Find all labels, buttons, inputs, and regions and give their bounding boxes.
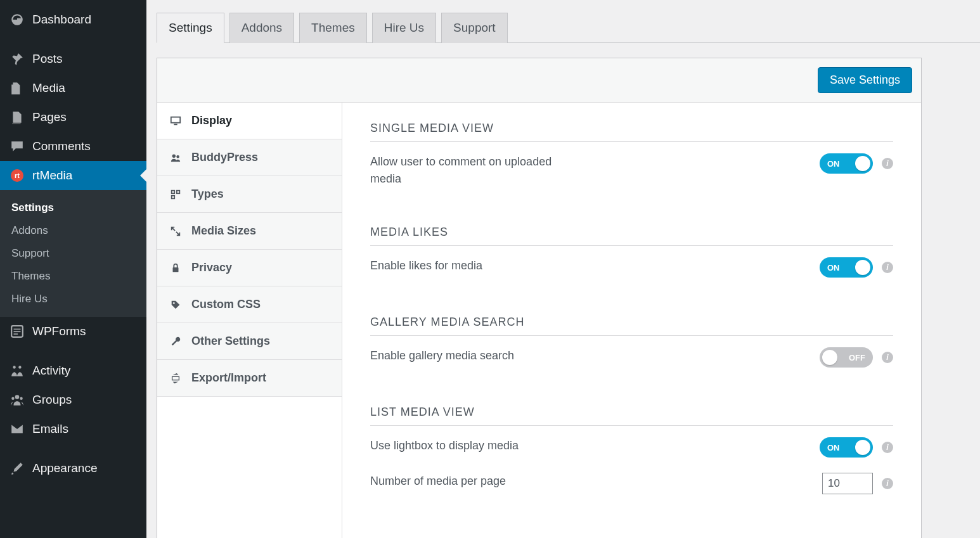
subnav-display[interactable]: Display <box>157 103 342 139</box>
subnav-exportimport[interactable]: Export/Import <box>157 360 342 397</box>
svg-point-17 <box>173 302 175 304</box>
desktop-icon <box>170 115 181 127</box>
pin-icon <box>10 52 24 66</box>
subnav-label: Export/Import <box>191 371 266 385</box>
toggle-knob <box>822 350 837 365</box>
svg-rect-14 <box>177 190 180 193</box>
setting-label: Allow user to comment on uploaded media <box>370 153 586 188</box>
tab-addons[interactable]: Addons <box>229 13 294 43</box>
sidebar-item-groups[interactable]: Groups <box>0 385 146 414</box>
toggle-knob <box>855 156 870 171</box>
grid-icon <box>170 189 181 200</box>
toggle-enable-likes[interactable]: ON <box>820 257 873 278</box>
toggle-state: OFF <box>849 353 865 362</box>
menu-label: Posts <box>32 52 63 66</box>
info-icon[interactable]: i <box>882 158 893 169</box>
admin-sidebar: Dashboard Posts Media Pages Comments rt … <box>0 0 146 538</box>
tab-settings[interactable]: Settings <box>157 13 224 43</box>
groups-icon <box>10 393 24 407</box>
subnav-label: Other Settings <box>191 335 270 348</box>
section-single-media: SINGLE MEDIA VIEW Allow user to comment … <box>370 122 893 188</box>
sidebar-item-wpforms[interactable]: WPForms <box>0 317 146 346</box>
setting-label: Number of media per page <box>370 473 506 490</box>
submenu-item-hireus[interactable]: Hire Us <box>0 288 146 311</box>
tab-hireus[interactable]: Hire Us <box>372 13 436 43</box>
save-settings-button[interactable]: Save Settings <box>818 67 912 93</box>
section-media-likes: MEDIA LIKES Enable likes for media ON i <box>370 226 893 278</box>
input-per-page[interactable] <box>822 473 873 494</box>
sidebar-item-appearance[interactable]: Appearance <box>0 454 146 483</box>
toggle-state: ON <box>827 443 840 452</box>
subnav-label: Types <box>191 188 224 201</box>
toggle-allow-comment[interactable]: ON <box>820 153 873 174</box>
menu-label: Emails <box>32 422 68 436</box>
sidebar-item-posts[interactable]: Posts <box>0 44 146 74</box>
subnav-other[interactable]: Other Settings <box>157 323 342 360</box>
setting-enable-search: Enable gallery media search OFF i <box>370 347 893 368</box>
toggle-state: ON <box>827 159 840 169</box>
setting-enable-likes: Enable likes for media ON i <box>370 257 893 278</box>
svg-rect-10 <box>174 124 177 125</box>
menu-label: Media <box>32 81 65 95</box>
section-title: MEDIA LIKES <box>370 226 893 246</box>
info-icon[interactable]: i <box>882 478 893 489</box>
toggle-enable-search[interactable]: OFF <box>820 347 873 368</box>
svg-rect-15 <box>172 195 175 198</box>
lock-icon <box>170 262 181 274</box>
section-gallery-search: GALLERY MEDIA SEARCH Enable gallery medi… <box>370 316 893 368</box>
sub-nav: Display BuddyPress Types Media Sizes <box>157 103 342 538</box>
menu-label: rtMedia <box>32 169 72 183</box>
setting-allow-comment: Allow user to comment on uploaded media … <box>370 153 893 188</box>
svg-point-7 <box>11 397 14 400</box>
sidebar-item-dashboard[interactable]: Dashboard <box>0 5 146 34</box>
setting-label: Enable gallery media search <box>370 347 514 364</box>
forms-icon <box>10 324 24 338</box>
sidebar-item-media[interactable]: Media <box>0 74 146 103</box>
dashboard-icon <box>10 13 24 27</box>
sidebar-submenu: Settings Addons Support Themes Hire Us <box>0 190 146 317</box>
section-title: LIST MEDIA VIEW <box>370 406 893 426</box>
svg-rect-3 <box>14 333 18 335</box>
comment-icon <box>10 139 24 153</box>
sidebar-item-pages[interactable]: Pages <box>0 103 146 132</box>
submenu-item-support[interactable]: Support <box>0 242 146 265</box>
setting-label: Use lightbox to display media <box>370 437 519 454</box>
subnav-label: Media Sizes <box>191 224 256 238</box>
setting-per-page: Number of media per page i <box>370 473 893 494</box>
rt-icon: rt <box>10 169 24 183</box>
sidebar-item-rtmedia[interactable]: rt rtMedia <box>0 161 146 190</box>
subnav-types[interactable]: Types <box>157 176 342 213</box>
section-title: GALLERY MEDIA SEARCH <box>370 316 893 336</box>
svg-point-12 <box>176 155 179 158</box>
sidebar-item-emails[interactable]: Emails <box>0 414 146 444</box>
section-title: SINGLE MEDIA VIEW <box>370 122 893 142</box>
svg-rect-16 <box>173 267 179 272</box>
menu-label: Appearance <box>32 461 97 475</box>
toggle-knob <box>855 440 870 455</box>
submenu-item-addons[interactable]: Addons <box>0 219 146 242</box>
svg-rect-1 <box>14 329 21 330</box>
subnav-label: Display <box>191 114 232 127</box>
sidebar-item-comments[interactable]: Comments <box>0 132 146 161</box>
info-icon[interactable]: i <box>882 352 893 363</box>
nav-tabs: Settings Addons Themes Hire Us Support <box>157 12 980 43</box>
info-icon[interactable]: i <box>882 262 893 273</box>
submenu-item-settings[interactable]: Settings <box>0 196 146 219</box>
subnav-buddypress[interactable]: BuddyPress <box>157 139 342 176</box>
setting-lightbox: Use lightbox to display media ON i <box>370 437 893 458</box>
svg-point-8 <box>20 397 22 400</box>
main-content: Settings Addons Themes Hire Us Support S… <box>146 0 980 538</box>
svg-point-11 <box>172 154 176 157</box>
tab-themes[interactable]: Themes <box>299 13 367 43</box>
setting-label: Enable likes for media <box>370 257 482 274</box>
subnav-customcss[interactable]: Custom CSS <box>157 286 342 323</box>
tab-support[interactable]: Support <box>441 13 508 43</box>
sidebar-item-activity[interactable]: Activity <box>0 356 146 385</box>
submenu-item-themes[interactable]: Themes <box>0 265 146 288</box>
info-icon[interactable]: i <box>882 442 893 453</box>
svg-point-6 <box>15 395 20 399</box>
subnav-privacy[interactable]: Privacy <box>157 250 342 286</box>
toggle-lightbox[interactable]: ON <box>820 437 873 458</box>
subnav-mediasizes[interactable]: Media Sizes <box>157 213 342 250</box>
section-list-media: LIST MEDIA VIEW Use lightbox to display … <box>370 406 893 494</box>
